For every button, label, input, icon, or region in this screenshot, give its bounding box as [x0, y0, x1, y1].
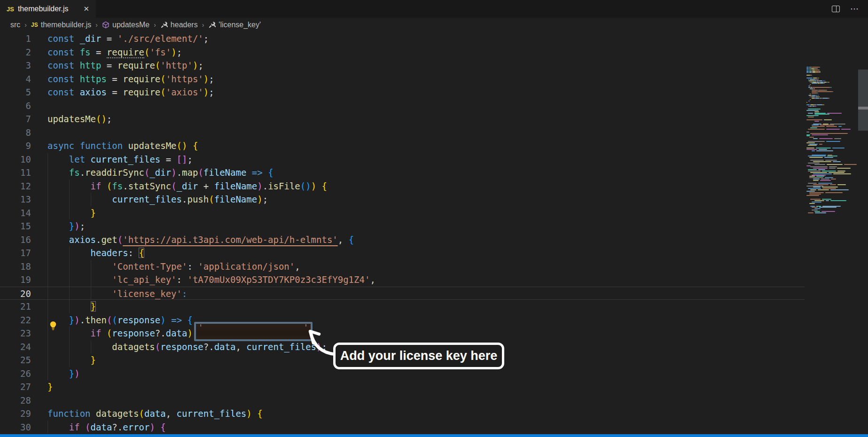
line-number: 19 [0, 273, 31, 287]
string-quote: ' [198, 323, 203, 332]
javascript-file-icon: JS [31, 22, 38, 28]
minimap-line [806, 102, 807, 103]
code-text: fs.readdirSync(_dir).map(fileName => { [47, 166, 274, 179]
minimap-line [806, 110, 819, 111]
split-editor-icon[interactable] [832, 6, 840, 12]
code-line-14[interactable]: 14 } [0, 206, 805, 220]
code-editor[interactable]: 1const _dir = './src/element/';2const fs… [0, 32, 868, 434]
code-line-15[interactable]: 15 }); [0, 219, 805, 233]
minimap-line [826, 129, 840, 130]
minimap-line [808, 113, 813, 114]
minimap-line [819, 144, 822, 145]
minimap-line [806, 119, 822, 120]
code-line-5[interactable]: 5const axios = require('axios'); [0, 86, 805, 99]
minimap-line [833, 161, 841, 162]
minimap-line [820, 180, 831, 181]
line-number: 23 [0, 327, 31, 340]
minimap[interactable] [805, 66, 852, 221]
code-line-28[interactable]: 28 [0, 394, 805, 407]
minimap-line [806, 104, 810, 105]
code-line-3[interactable]: 3const http = require('http'); [0, 59, 805, 72]
minimap-line [816, 95, 817, 96]
breadcrumb-item-headers[interactable]: headers [160, 21, 198, 29]
minimap-line [812, 207, 818, 208]
code-line-6[interactable]: 6 [0, 99, 805, 113]
minimap-line [813, 179, 820, 179]
minimap-line [824, 119, 832, 120]
code-line-1[interactable]: 1const _dir = './src/element/'; [0, 32, 805, 46]
code-line-22[interactable]: 22 }).then((response) => { [0, 313, 805, 327]
code-text: 'license_key': [47, 287, 193, 301]
minimap-line [827, 156, 837, 156]
code-line-16[interactable]: 16 axios.get('https://api.t3api.com/web-… [0, 233, 805, 247]
code-line-12[interactable]: 12 if (fs.statSync(_dir + fileName).isFi… [0, 179, 805, 193]
code-line-13[interactable]: 13 current_files.push(fileName); [0, 193, 805, 206]
minimap-line [812, 134, 828, 135]
minimap-line [812, 96, 815, 97]
minimap-line [829, 168, 836, 169]
minimap-line [812, 67, 819, 68]
code-line-11[interactable]: 11 fs.readdirSync(_dir).map(fileName => … [0, 166, 805, 179]
lightbulb-icon[interactable] [48, 320, 58, 331]
code-text: } [47, 206, 96, 220]
minimap-line [810, 199, 821, 200]
code-line-2[interactable]: 2const fs = require('fs'); [0, 46, 805, 59]
redacted-license-key: ' ' [194, 322, 313, 341]
minimap-line [814, 88, 815, 89]
code-line-7[interactable]: 7updatesMe(); [0, 112, 805, 126]
minimap-line [837, 184, 845, 185]
minimap-line [828, 155, 832, 156]
more-actions-icon[interactable]: ⋯ [850, 6, 860, 12]
code-text: datagets(response?.data, current_files); [47, 340, 327, 354]
minimap-line [808, 169, 817, 170]
minimap-line [806, 132, 809, 133]
code-line-9[interactable]: 9async function updatesMe() { [0, 139, 805, 153]
code-line-23[interactable]: 23 if (response?.data) { [0, 327, 805, 340]
minimap-line [813, 168, 828, 169]
breadcrumb-item-themebuilderjs[interactable]: JSthemebuilder.js [31, 21, 91, 29]
line-number: 3 [0, 59, 31, 72]
code-text: }); [47, 219, 85, 233]
code-line-8[interactable]: 8 [0, 126, 805, 140]
minimap-line [817, 78, 818, 78]
code-line-20[interactable]: 20 'license_key': [0, 287, 805, 300]
minimap-line [830, 184, 837, 185]
minimap-line [806, 75, 810, 76]
annotation-label: Add your license key here [340, 349, 498, 363]
scrollbar-slider[interactable] [858, 70, 868, 131]
code-line-10[interactable]: 10 let current_files = []; [0, 153, 805, 166]
breadcrumb-item-licensekey[interactable]: 'license_key' [208, 21, 261, 29]
minimap-line [817, 68, 818, 69]
code-text: let current_files = []; [47, 153, 193, 166]
code-line-29[interactable]: 29function datagets(data, current_files)… [0, 407, 805, 421]
code-line-4[interactable]: 4const https = require('https'); [0, 72, 805, 86]
minimap-line [806, 70, 809, 70]
minimap-line [816, 72, 819, 73]
minimap-line [820, 72, 821, 73]
code-text: if (response?.data) { [47, 327, 203, 340]
breadcrumb-separator: › [202, 21, 204, 29]
minimap-line [826, 200, 829, 201]
minimap-line [808, 156, 826, 156]
tab-themebuilder[interactable]: JS themebuilder.js ✕ [0, 0, 96, 18]
code-line-30[interactable]: 30 if (data?.error) { [0, 421, 805, 434]
line-number: 26 [0, 367, 31, 381]
line-number: 25 [0, 353, 31, 367]
minimap-line [810, 99, 811, 100]
line-number: 9 [0, 139, 31, 153]
minimap-line [816, 150, 833, 151]
minimap-line [806, 134, 810, 135]
code-line-18[interactable]: 18 'Content-Type': 'application/json', [0, 260, 805, 273]
close-icon[interactable]: ✕ [81, 4, 91, 14]
breadcrumb-item-updatesme[interactable]: updatesMe [102, 21, 149, 29]
code-line-17[interactable]: 17 headers: { [0, 246, 805, 260]
minimap-line [810, 189, 816, 190]
code-line-21[interactable]: 21 } [0, 300, 805, 313]
breadcrumb-item-src[interactable]: src [10, 21, 20, 29]
code-line-19[interactable]: 19 'lc_api_key': 'tA70mUx09XpS3TDY7KP0z3… [0, 273, 805, 287]
minimap-line [824, 157, 833, 158]
minimap-line [837, 171, 845, 172]
line-number: 2 [0, 46, 31, 59]
code-text: const fs = require('fs'); [47, 46, 182, 59]
code-line-27[interactable]: 27} [0, 380, 805, 394]
